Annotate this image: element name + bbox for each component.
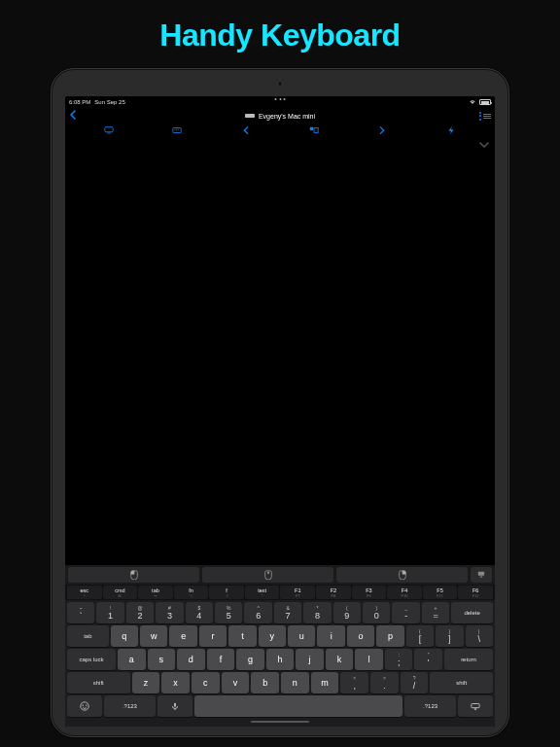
function-key-row: esc^cmd⌘tab⇥fn⌥f⇧text⌃F1F7F2F8F3F9F4F10F… [65,585,495,600]
key-][interactable]: }] [436,625,463,647]
key-return[interactable]: return [444,649,493,670]
bolt-icon[interactable] [446,125,456,135]
status-more-icon[interactable] [275,98,286,100]
home-indicator [251,721,309,723]
windows-icon[interactable] [309,125,319,135]
key-p[interactable]: p [376,625,403,647]
fn-key-f[interactable]: f⇧ [209,586,244,599]
status-time: 6:08 PM [69,99,90,105]
key-8[interactable]: *8 [303,602,331,623]
mouse-middle-button[interactable] [202,567,333,583]
back-button[interactable] [69,110,77,122]
key-f[interactable]: f [207,649,235,670]
key-g[interactable]: g [236,649,264,670]
key-x[interactable]: x [161,672,190,694]
svg-rect-0 [105,126,113,131]
svg-rect-7 [314,127,318,132]
key-o[interactable]: o [347,625,374,647]
svg-rect-3 [175,129,176,130]
device-name: Evgeny's Mac mini [259,113,315,120]
key-1[interactable]: !1 [96,602,123,623]
key-l[interactable]: l [355,649,383,670]
status-date: Sun Sep 25 [94,99,124,105]
fn-key-f6[interactable]: F6F12 [458,586,493,599]
key-y[interactable]: y [259,625,286,647]
mouse-left-button[interactable] [68,567,199,583]
key-shift-left[interactable]: shift [67,672,130,694]
key-7[interactable]: &7 [274,602,301,623]
key-'[interactable]: "' [414,649,442,670]
key-s[interactable]: s [148,649,176,670]
key-t[interactable]: t [228,625,256,647]
key-v[interactable]: v [222,672,250,694]
key-[[interactable]: {[ [406,625,434,647]
ipad-screen: 6:08 PM Sun Sep 25 Evgeny's Mac mini [65,96,495,727]
key-e[interactable]: e [169,625,196,647]
fn-key-f4[interactable]: F4F10 [387,586,422,599]
key-r[interactable]: r [199,625,227,647]
key-numtoggle-left[interactable]: .?123 [104,695,157,717]
key-4[interactable]: $4 [186,602,213,623]
mouse-right-button[interactable] [336,567,468,583]
key-delete[interactable]: delete [451,602,493,623]
key-,[interactable]: <, [340,672,368,694]
list-menu-button[interactable] [479,112,491,121]
key-c[interactable]: c [192,672,220,694]
key-0[interactable]: )0 [363,602,390,623]
fn-key-f1[interactable]: F1F7 [280,586,315,599]
key-u[interactable]: u [288,625,315,647]
fn-key-esc[interactable]: esc^ [67,586,102,599]
svg-point-11 [82,705,83,706]
key-\[interactable]: |\ [466,625,493,647]
remote-screen-area[interactable] [65,137,495,565]
dismiss-keyboard-button[interactable] [471,567,492,583]
key-d[interactable]: d [177,649,205,670]
key-=[interactable]: += [422,602,449,623]
key-space[interactable] [194,695,402,717]
key-h[interactable]: h [266,649,295,670]
key-k[interactable]: k [326,649,354,670]
key-q[interactable]: q [111,625,138,647]
chevron-down-icon[interactable] [479,141,489,151]
fn-key-cmd[interactable]: cmd⌘ [103,586,138,599]
keyboard: ~`!1@2#3$4%5^6&7*8(9)0_-+=delete tabqwer… [65,600,495,727]
fn-key-fn[interactable]: fn⌥ [174,586,209,599]
key-6[interactable]: ^6 [244,602,271,623]
key-j[interactable]: j [296,649,324,670]
key-m[interactable]: m [311,672,339,694]
key-5[interactable]: %5 [215,602,242,623]
svg-point-12 [86,705,87,706]
key-/[interactable]: ?/ [401,672,429,694]
next-icon[interactable] [377,125,387,135]
fn-key-f2[interactable]: F2F8 [316,586,351,599]
keyboard-icon[interactable] [172,125,182,135]
status-bar: 6:08 PM Sun Sep 25 [65,96,495,108]
key-b[interactable]: b [251,672,279,694]
key-capslock[interactable]: caps lock [67,649,116,670]
key-z[interactable]: z [132,672,160,694]
key-9[interactable]: (9 [333,602,361,623]
key-shift-right[interactable]: shift [430,672,493,694]
key-w[interactable]: w [140,625,167,647]
wifi-icon [469,99,476,105]
key-numtoggle-right[interactable]: .?123 [404,695,457,717]
fn-key-f3[interactable]: F3F9 [352,586,387,599]
key-dictation[interactable] [158,695,192,717]
key-emoji[interactable] [67,695,102,717]
key-;[interactable]: :; [385,649,413,670]
key-2[interactable]: @2 [126,602,154,623]
prev-icon[interactable] [241,125,251,135]
key-a[interactable]: a [118,649,146,670]
fn-key-tab[interactable]: tab⇥ [138,586,173,599]
fn-key-text[interactable]: text⌃ [245,586,280,599]
key--[interactable]: _- [392,602,419,623]
key-n[interactable]: n [281,672,309,694]
key-tab[interactable]: tab [67,625,109,647]
display-icon[interactable] [104,125,114,135]
key-3[interactable]: #3 [156,602,183,623]
fn-key-f5[interactable]: F5F11 [423,586,458,599]
key-hide-keyboard[interactable] [458,695,493,717]
key-.[interactable]: >. [370,672,399,694]
key-`[interactable]: ~` [67,602,94,623]
key-i[interactable]: i [317,625,344,647]
